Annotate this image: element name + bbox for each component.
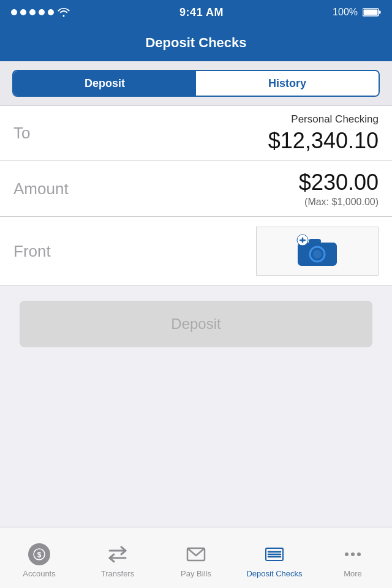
to-label: To: [13, 124, 268, 143]
status-left: [11, 7, 70, 17]
account-name: Personal Checking: [268, 113, 379, 126]
account-balance: $12,340.10: [268, 128, 379, 154]
svg-point-20: [351, 552, 355, 556]
front-camera-box[interactable]: [256, 227, 379, 276]
front-row: Front: [0, 217, 392, 286]
battery-percent: 100%: [333, 7, 358, 18]
front-label: Front: [13, 242, 256, 261]
amount-max: (Max: $1,000.00): [299, 197, 379, 208]
signal-dots: [11, 9, 54, 15]
svg-text:$: $: [37, 551, 42, 559]
deposit-checks-icon: [263, 543, 285, 565]
tab-pay-bills[interactable]: Pay Bills: [157, 527, 235, 588]
svg-rect-2: [379, 11, 381, 14]
dot3: [29, 9, 36, 15]
tab-bar: $ Accounts Transfers: [0, 527, 392, 588]
battery-icon: [363, 7, 381, 17]
deposit-form: To Personal Checking $12,340.10 Amount $…: [0, 105, 392, 217]
transfers-icon: [107, 543, 129, 565]
tab-deposit-checks[interactable]: Deposit Checks: [235, 527, 314, 588]
more-label: More: [344, 569, 362, 578]
account-value: Personal Checking $12,340.10: [268, 113, 379, 154]
deposit-button-wrap: Deposit: [0, 286, 392, 362]
deposit-tab[interactable]: Deposit: [13, 71, 196, 96]
more-icon: [342, 543, 364, 565]
svg-rect-9: [302, 238, 304, 243]
svg-point-19: [345, 552, 349, 556]
page-title: Deposit Checks: [145, 35, 246, 51]
amount-value: $230.00 (Max: $1,000.00): [299, 170, 379, 208]
amount-number: $230.00: [299, 170, 379, 195]
segment-bar: Deposit History: [0, 61, 392, 105]
dot4: [39, 9, 45, 15]
status-bar: 9:41 AM 100%: [0, 0, 392, 24]
svg-rect-1: [364, 10, 378, 15]
pay-bills-icon: [185, 543, 207, 565]
tab-accounts[interactable]: $ Accounts: [0, 527, 78, 588]
svg-rect-6: [309, 239, 321, 244]
history-tab[interactable]: History: [196, 71, 379, 96]
deposit-checks-label: Deposit Checks: [246, 569, 302, 578]
accounts-icon: $: [28, 543, 50, 565]
deposit-submit-button[interactable]: Deposit: [20, 301, 372, 347]
dot5: [48, 9, 54, 15]
tab-transfers[interactable]: Transfers: [78, 527, 157, 588]
wifi-icon: [57, 7, 70, 17]
camera-add-icon: [293, 233, 342, 270]
page-header: Deposit Checks: [0, 24, 392, 61]
status-time: 9:41 AM: [179, 6, 224, 19]
segment-control: Deposit History: [12, 70, 380, 97]
dot1: [11, 9, 17, 15]
pay-bills-label: Pay Bills: [181, 569, 211, 578]
svg-point-21: [357, 552, 361, 556]
amount-row[interactable]: Amount $230.00 (Max: $1,000.00): [0, 161, 392, 216]
amount-label: Amount: [13, 179, 299, 198]
to-row[interactable]: To Personal Checking $12,340.10: [0, 106, 392, 161]
status-right: 100%: [333, 7, 381, 18]
transfers-label: Transfers: [101, 569, 134, 578]
dot2: [20, 9, 26, 15]
svg-point-5: [313, 250, 322, 258]
accounts-label: Accounts: [23, 569, 55, 578]
tab-more[interactable]: More: [314, 527, 392, 588]
